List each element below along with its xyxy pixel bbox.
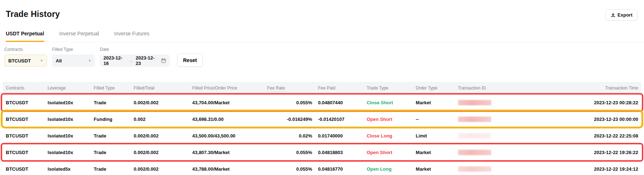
cell-fee-rate: 0.055%: [264, 144, 315, 161]
date-label: Date: [100, 47, 170, 52]
table-row: BTCUSDT Isolated10x Trade 0.002/0.002 43…: [3, 144, 641, 161]
table-header-row: Contracts Leverage Filled Type Filled/To…: [3, 82, 641, 94]
cell-fee-rate: 0.055%: [264, 94, 315, 111]
calendar-icon: [161, 58, 166, 63]
contracts-value: BTCUSDT: [8, 58, 31, 64]
cell-filled-type: Funding: [91, 111, 131, 127]
redacted-transaction-id: [458, 133, 491, 139]
cell-filled-total: 0.002/0.002: [131, 161, 190, 175]
cell-fee-paid: -0.01420107: [315, 111, 364, 127]
date-start: 2023-12-16: [103, 55, 126, 66]
cell-leverage: Isolated10x: [45, 144, 91, 161]
cell-contracts: BTCUSDT: [3, 127, 45, 144]
export-icon: [611, 13, 615, 17]
cell-filled-type: Trade: [91, 94, 131, 111]
table-row: BTCUSDT Isolated5x Trade 0.002/0.002 43,…: [3, 161, 641, 175]
cell-filled-type: Trade: [91, 161, 131, 175]
cell-order-type: Limit: [413, 127, 455, 144]
cell-filled-total: 0.002/0.002: [131, 94, 190, 111]
col-filled-type: Filled Type: [91, 82, 131, 94]
cell-transaction-time: 2023-12-23 00:28:22: [542, 94, 641, 111]
cell-trade-type: Close Long: [364, 127, 413, 144]
cell-order-type: Market: [413, 94, 455, 111]
col-contracts: Contracts: [3, 82, 45, 94]
col-leverage: Leverage: [45, 82, 91, 94]
cell-transaction-time: 2023-12-23 00:00:00: [542, 111, 641, 127]
reset-button[interactable]: Reset: [177, 54, 203, 67]
cell-order-type: Market: [413, 161, 455, 175]
cell-filled-price: 43,704.00/Market: [189, 94, 264, 111]
cell-leverage: Isolated10x: [45, 111, 91, 127]
redacted-transaction-id: [458, 166, 491, 172]
cell-filled-type: Trade: [91, 127, 131, 144]
table-body: BTCUSDT Isolated10x Trade 0.002/0.002 43…: [3, 94, 641, 175]
cell-filled-type: Trade: [91, 144, 131, 161]
cell-contracts: BTCUSDT: [3, 161, 45, 175]
cell-transaction-id: [455, 161, 542, 175]
cell-filled-price: 43,698.31/0.00: [189, 111, 264, 127]
trade-history-table: Contracts Leverage Filled Type Filled/To…: [3, 82, 641, 175]
cell-filled-price: 43,788.00/Market: [189, 161, 264, 175]
col-filled-price: Filled Price/Order Price: [189, 82, 264, 94]
table-row: BTCUSDT Isolated10x Trade 0.002/0.002 43…: [3, 94, 641, 111]
redacted-transaction-id: [458, 100, 491, 105]
cell-fee-rate: 0.02%: [264, 127, 315, 144]
cell-filled-total: 0.002/0.002: [131, 127, 190, 144]
cell-trade-type: Close Short: [364, 94, 413, 111]
export-label: Export: [618, 12, 632, 18]
date-filter: Date 2023-12-16 → 2023-12-23: [100, 47, 170, 67]
cell-transaction-time: 2023-12-22 19:26:22: [542, 144, 641, 161]
tab-inverse-perpetual[interactable]: Inverse Perpetual: [59, 31, 99, 42]
cell-trade-type: Open Long: [364, 161, 413, 175]
cell-leverage: Isolated5x: [45, 161, 91, 175]
cell-trade-type: Open Short: [364, 144, 413, 161]
filled-type-value: All: [56, 58, 62, 64]
tab-usdt-perpetual[interactable]: USDT Perpetual: [6, 31, 44, 42]
contracts-select[interactable]: BTCUSDT ▼: [4, 54, 47, 67]
cell-fee-rate: 0.055%: [264, 161, 315, 175]
filled-type-select[interactable]: All ▼: [52, 54, 95, 67]
cell-fee-paid: 0.04807440: [315, 94, 364, 111]
fee-rate-tooltip-label[interactable]: Fee Rate: [267, 86, 285, 92]
cell-order-type: --: [413, 111, 455, 127]
cell-fee-paid: 0.01740000: [315, 127, 364, 144]
chevron-down-icon: ▼: [40, 59, 43, 62]
cell-fee-paid: 0.04816770: [315, 161, 364, 175]
redacted-transaction-id: [458, 117, 491, 122]
date-range-picker[interactable]: 2023-12-16 → 2023-12-23: [100, 54, 170, 67]
cell-contracts: BTCUSDT: [3, 144, 45, 161]
col-order-type: Order Type: [413, 82, 455, 94]
cell-transaction-id: [455, 111, 542, 127]
cell-order-type: Market: [413, 144, 455, 161]
export-button[interactable]: Export: [606, 9, 637, 21]
page-title: Trade History: [6, 9, 638, 19]
cell-transaction-id: [455, 94, 542, 111]
filled-type-filter: Filled Type All ▼: [52, 47, 95, 67]
table-row: BTCUSDT Isolated10x Trade 0.002/0.002 43…: [3, 127, 641, 144]
table-row: BTCUSDT Isolated10x Funding 0.002 43,698…: [3, 111, 641, 127]
col-filled-total: Filled/Total: [131, 82, 190, 94]
cell-transaction-id: [455, 127, 542, 144]
cell-transaction-time: 2023-12-22 22:25:08: [542, 127, 641, 144]
col-fee-paid: Fee Paid: [315, 82, 364, 94]
filled-type-label: Filled Type: [52, 47, 95, 52]
cell-leverage: Isolated10x: [45, 94, 91, 111]
date-range-arrow-icon: →: [129, 58, 133, 63]
contracts-label: Contracts: [4, 47, 47, 52]
cell-contracts: BTCUSDT: [3, 111, 45, 127]
col-fee-rate: Fee Rate: [264, 82, 315, 94]
col-transaction-time: Transaction Time: [542, 82, 641, 94]
cell-filled-total: 0.002: [131, 111, 190, 127]
tab-bar: USDT Perpetual Inverse Perpetual Inverse…: [0, 31, 644, 42]
cell-filled-price: 43,807.30/Market: [189, 144, 264, 161]
cell-filled-price: 43,500.00/43,500.00: [189, 127, 264, 144]
col-transaction-id: Transaction ID: [455, 82, 542, 94]
tab-inverse-futures[interactable]: Inverse Futures: [114, 31, 149, 42]
top-bar: Trade History Export: [0, 0, 644, 19]
redacted-transaction-id: [458, 150, 491, 155]
cell-contracts: BTCUSDT: [3, 94, 45, 111]
chevron-down-icon: ▼: [88, 59, 91, 62]
cell-transaction-id: [455, 144, 542, 161]
cell-leverage: Isolated10x: [45, 127, 91, 144]
cell-trade-type: Open Short: [364, 111, 413, 127]
